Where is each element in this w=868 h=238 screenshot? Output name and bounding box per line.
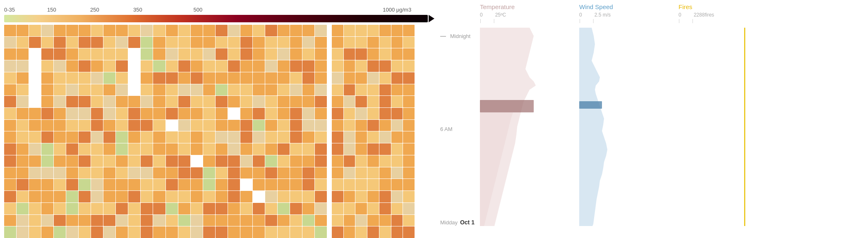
heatmap-cell <box>265 203 277 214</box>
heatmap-cell <box>29 179 41 190</box>
heatmap-cell <box>290 96 302 107</box>
heatmap-cell <box>216 143 228 155</box>
heatmap-cell <box>29 167 41 179</box>
heatmap-cell <box>116 226 128 238</box>
heatmap-cell <box>178 72 190 84</box>
heatmap-cell <box>4 179 16 190</box>
heatmap-cell <box>203 155 215 167</box>
heatmap-cell <box>278 72 290 84</box>
heatmap-cell-right <box>367 155 379 167</box>
heatmap-cell <box>253 48 265 60</box>
heatmap-cell <box>203 179 215 190</box>
midnight-dash <box>440 36 446 37</box>
heatmap-cell <box>290 84 302 96</box>
heatmap-cell-right <box>367 84 379 96</box>
colorbar-label-2: 250 <box>90 7 99 13</box>
heatmap-cell <box>29 155 41 167</box>
heatmap-cell <box>141 60 153 72</box>
heatmap-cell <box>17 72 29 84</box>
heatmap-cell <box>4 48 16 60</box>
heatmap-cell <box>178 96 190 107</box>
heatmap-cell <box>128 191 140 202</box>
heatmap-cell <box>41 155 53 167</box>
heatmap-cell <box>253 25 265 36</box>
heatmap-cell <box>278 60 290 72</box>
heatmap-cell <box>290 167 302 179</box>
fires-chart <box>679 28 778 238</box>
heatmap-cell <box>153 167 165 179</box>
time-label-6am: 6 AM <box>440 126 477 132</box>
heatmap-cell <box>216 60 228 72</box>
heatmap-cell <box>128 155 140 167</box>
heatmap-cell-right <box>379 108 391 119</box>
heatmap-cell <box>91 72 103 84</box>
heatmap-cell-right <box>367 143 379 155</box>
heatmap-cell <box>116 60 128 72</box>
heatmap-cell <box>166 96 178 107</box>
heatmap-cell <box>153 215 165 226</box>
heatmap-cell <box>41 37 53 48</box>
heatmap-cell <box>17 167 29 179</box>
heatmap-cell <box>91 143 103 155</box>
heatmap-cell <box>278 179 290 190</box>
heatmap-cell <box>29 37 41 48</box>
heatmap-cell <box>103 131 115 143</box>
svg-rect-4 <box>579 101 602 109</box>
heatmap-cell <box>315 167 327 179</box>
heatmap-cell <box>103 155 115 167</box>
heatmap-cell <box>79 191 91 202</box>
colorbar-section: 0-35 150 250 350 500 1000 μg/m3 <box>4 5 434 22</box>
heatmap-cell-right <box>403 215 415 226</box>
heatmap-cell <box>302 215 314 226</box>
heatmap-cell <box>315 84 327 96</box>
heatmap-cell-right <box>355 131 367 143</box>
heatmap-cell <box>79 48 91 60</box>
heatmap-cell <box>216 25 228 36</box>
heatmap-cell <box>4 155 16 167</box>
wind-tick-right: | <box>593 18 594 23</box>
heatmap-cell <box>191 120 203 131</box>
heatmap-cell-right <box>344 48 355 60</box>
temp-tick-right: | <box>494 18 495 23</box>
heatmap-cell <box>66 25 78 36</box>
heatmap-cell-right <box>355 120 367 131</box>
heatmap-cell <box>4 25 16 36</box>
heatmap-cell <box>178 60 190 72</box>
heatmap-cell <box>141 215 153 226</box>
heatmap-cell <box>203 226 215 238</box>
heatmap-cell <box>128 60 140 72</box>
heatmap-cell-right <box>344 155 355 167</box>
heatmap-cell-right <box>332 203 343 214</box>
heatmap-cell <box>29 48 41 60</box>
heatmap-cell <box>91 60 103 72</box>
heatmap-cell-right <box>344 25 355 36</box>
heatmap-cell <box>153 25 165 36</box>
heatmap-cell <box>41 120 53 131</box>
wind-tick-row: | | <box>579 18 679 23</box>
heatmap-cell <box>29 96 41 107</box>
heatmap-cell <box>103 215 115 226</box>
heatmap-cell <box>240 25 252 36</box>
heatmap-cell-right <box>391 215 403 226</box>
heatmap-cell <box>191 191 203 202</box>
heatmap-cell <box>216 72 228 84</box>
heatmap-cell-right <box>379 215 391 226</box>
heatmap-cell <box>91 167 103 179</box>
heatmap-cell <box>54 155 66 167</box>
heatmap-cell <box>79 84 91 96</box>
heatmap-cell <box>41 226 53 238</box>
heatmap-cell <box>141 167 153 179</box>
heatmap-cell <box>302 131 314 143</box>
heatmap-cell <box>228 84 240 96</box>
heatmap-cell <box>240 143 252 155</box>
heatmap-cell <box>116 203 128 214</box>
heatmap-cell <box>240 131 252 143</box>
heatmap-cell-right <box>332 167 343 179</box>
heatmap-cell <box>178 120 190 131</box>
temp-scale: 0 25ºC <box>480 12 579 18</box>
heatmap-cell <box>66 60 78 72</box>
heatmap-cell <box>166 37 178 48</box>
heatmap-cell <box>128 120 140 131</box>
heatmap-cell <box>178 25 190 36</box>
wind-scale-0: 0 <box>579 12 582 18</box>
